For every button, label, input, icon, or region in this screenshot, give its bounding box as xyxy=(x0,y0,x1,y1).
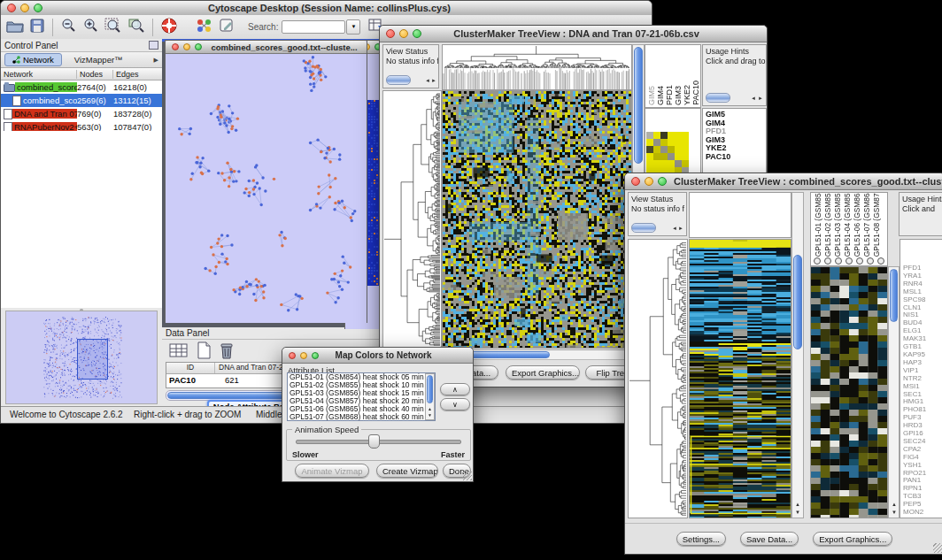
tab-overflow-button[interactable]: ▶ xyxy=(154,57,158,64)
zoom-out-icon[interactable] xyxy=(60,18,77,37)
mini-heatmap-cell[interactable] xyxy=(668,160,675,167)
zoom-button[interactable] xyxy=(312,352,319,359)
treeview-action-button[interactable]: Save Data... xyxy=(740,532,799,546)
mini-heatmap-cell[interactable] xyxy=(646,139,653,146)
scroll-right-icon[interactable]: ► xyxy=(431,78,436,83)
close-button[interactable] xyxy=(631,177,640,186)
mini-heatmap-cell[interactable] xyxy=(653,139,660,146)
scroll-right-icon[interactable]: ► xyxy=(678,226,683,231)
float-panel-icon[interactable] xyxy=(149,41,158,50)
treeview-action-button[interactable]: Settings... xyxy=(676,532,726,546)
column-marker-icon[interactable] xyxy=(877,257,884,265)
tab-network[interactable]: Network xyxy=(4,53,62,66)
scroll-up-icon[interactable]: ▲ xyxy=(428,406,432,411)
column-label[interactable]: GPL51-01 (GSM854) xyxy=(814,193,823,257)
network-overview-panel[interactable] xyxy=(5,311,158,404)
scroll-up-icon[interactable]: ▲ xyxy=(795,502,800,507)
view-status-scrollbar[interactable] xyxy=(631,223,656,233)
tv1-column-dendrogram-panel[interactable] xyxy=(442,44,632,90)
mini-heatmap-cell[interactable] xyxy=(668,132,675,139)
mini-heatmap-cell[interactable] xyxy=(653,146,660,153)
column-label[interactable]: GIM4 xyxy=(656,86,665,105)
tv1-column-dendrogram[interactable] xyxy=(443,45,631,89)
tv2-zoom-vscrollbar[interactable]: ▲ ▼ xyxy=(888,266,900,518)
new-attribute-icon[interactable] xyxy=(196,341,212,363)
create-vizmap-button[interactable]: Create Vizmap xyxy=(376,464,438,478)
column-label[interactable]: YKE2 xyxy=(683,85,691,105)
column-label[interactable]: GPL51-03 (GSM856) xyxy=(833,193,843,257)
mini-heatmap-cell[interactable] xyxy=(668,139,675,146)
minimize-button[interactable] xyxy=(399,29,408,38)
zoom-button[interactable] xyxy=(658,177,667,186)
row-label[interactable]: PAC10 xyxy=(706,153,766,162)
tv2-zoom-heatmap[interactable] xyxy=(811,267,887,518)
mini-heatmap-cell[interactable] xyxy=(660,139,668,146)
mini-heatmap-cell[interactable] xyxy=(660,153,668,160)
tv1-heatmap-panel[interactable] xyxy=(442,90,632,349)
column-label[interactable]: PAC10 xyxy=(691,81,700,105)
column-marker-icon[interactable] xyxy=(824,257,831,265)
resize-grip[interactable] xyxy=(933,543,942,553)
treeview-action-button[interactable]: Export Graphics... xyxy=(813,532,892,546)
mini-heatmap-cell[interactable] xyxy=(675,146,682,153)
mini-heatmap-cell[interactable] xyxy=(682,146,689,153)
attribute-list-scrollbar[interactable]: ▲ ▼ xyxy=(425,373,435,420)
column-label[interactable]: GPL51-06 (GSM865) xyxy=(853,193,862,257)
treeview1-titlebar[interactable]: ClusterMaker TreeView : DNA and Tran 07-… xyxy=(380,26,767,42)
mini-heatmap-cell[interactable] xyxy=(653,132,660,139)
col-network[interactable]: Network xyxy=(1,70,77,79)
column-label[interactable]: PFD1 xyxy=(665,85,674,105)
mini-heatmap-cell[interactable] xyxy=(682,132,689,139)
id-column-header[interactable]: ID xyxy=(166,363,215,373)
mini-heatmap-cell[interactable] xyxy=(646,146,653,153)
mini-heatmap-cell[interactable] xyxy=(646,160,653,167)
column-marker-icon[interactable] xyxy=(814,257,821,265)
speed-slider-thumb[interactable] xyxy=(368,434,380,449)
main-titlebar[interactable]: Cytoscape Desktop (Session Name: collins… xyxy=(1,1,652,16)
mini-heatmap-cell[interactable] xyxy=(660,132,668,139)
treeview2-titlebar[interactable]: ClusterMaker TreeView : combined_scores_… xyxy=(625,173,942,190)
gene-label[interactable]: MON2 xyxy=(903,509,942,517)
attribute-item[interactable]: GPL51-07 (GSM868) heat shock 60 min xyxy=(288,413,435,421)
mini-heatmap-cell[interactable] xyxy=(682,153,689,160)
export-graphics-button[interactable]: Export Graphics... xyxy=(506,365,580,380)
scroll-down-icon[interactable]: ▼ xyxy=(428,412,432,418)
tv2-row-dendrogram[interactable] xyxy=(629,240,687,518)
mini-heatmap-cell[interactable] xyxy=(646,132,653,139)
zoom-selected-icon[interactable] xyxy=(127,18,145,37)
tv2-global-heatmap-panel[interactable] xyxy=(689,239,791,518)
column-label[interactable]: GPL51-02 (GSM855) xyxy=(823,193,833,257)
mini-heatmap-cell[interactable] xyxy=(675,139,682,146)
tv2-global-vscrollbar[interactable]: ▲ ▼ xyxy=(791,192,804,518)
vizmap-icon[interactable] xyxy=(196,18,213,37)
mini-heatmap-cell[interactable] xyxy=(660,160,668,167)
scroll-left-icon[interactable]: ◄ xyxy=(425,78,430,83)
mini-heatmap-cell[interactable] xyxy=(653,153,660,160)
col-edges[interactable]: Edges xyxy=(113,70,158,79)
zoom-in-icon[interactable] xyxy=(82,18,99,37)
close-button[interactable] xyxy=(386,29,395,38)
tv1-heatmap[interactable] xyxy=(443,91,631,348)
col-nodes[interactable]: Nodes xyxy=(77,70,113,79)
resize-grip[interactable] xyxy=(462,471,472,480)
minimize-button[interactable] xyxy=(300,352,307,359)
mini-heatmap-cell[interactable] xyxy=(682,139,689,146)
close-button[interactable] xyxy=(289,352,296,359)
delete-attribute-icon[interactable] xyxy=(219,341,235,363)
column-marker-icon[interactable] xyxy=(835,257,842,265)
usage-scrollbar[interactable] xyxy=(706,93,730,103)
column-marker-icon[interactable] xyxy=(856,257,863,265)
annotation-icon[interactable] xyxy=(219,18,236,37)
view-status-scrollbar[interactable] xyxy=(386,75,411,85)
mini-heatmap-cell[interactable] xyxy=(675,132,682,139)
mini-heatmap-cell[interactable] xyxy=(668,146,675,153)
scroll-left-icon[interactable]: ◄ xyxy=(751,96,756,101)
open-folder-icon[interactable] xyxy=(6,19,24,36)
column-marker-icon[interactable] xyxy=(845,257,853,265)
close-button[interactable] xyxy=(7,4,16,12)
scroll-left-icon[interactable]: ◄ xyxy=(672,226,677,231)
minimize-button[interactable] xyxy=(20,4,29,12)
scroll-down-icon[interactable]: ▼ xyxy=(795,510,800,515)
tv2-zoom-heatmap-panel[interactable] xyxy=(810,266,888,518)
column-label[interactable]: GPL51-07 (GSM868) xyxy=(862,193,872,257)
